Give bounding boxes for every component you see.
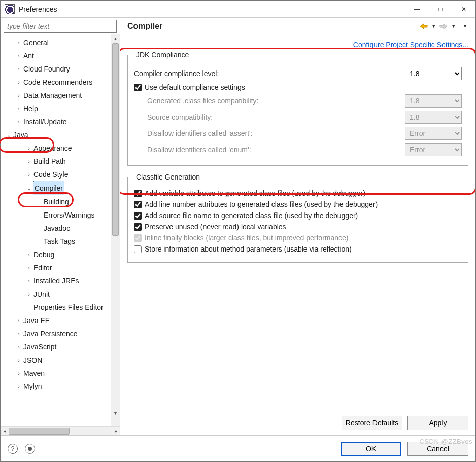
chevron-right-icon[interactable]: › xyxy=(15,76,23,89)
tree-item-javascript[interactable]: ›JavaScript xyxy=(4,340,111,353)
scroll-up-icon[interactable]: ▴ xyxy=(111,34,120,42)
preferences-tree[interactable]: ›General›Ant›Cloud Foundry›Code Recommen… xyxy=(1,34,111,426)
compliance-level-select[interactable]: 1.8 xyxy=(405,67,462,80)
chevron-right-icon[interactable]: › xyxy=(15,367,23,380)
hscroll-thumb[interactable] xyxy=(9,428,70,435)
tree-item-label: Editor xyxy=(33,261,53,274)
tree-item-build-path[interactable]: ›Build Path xyxy=(4,155,111,168)
preserve-unused-checkbox[interactable] xyxy=(134,223,142,231)
view-menu-button[interactable]: ▼ xyxy=(462,24,468,29)
tree-item-code-recommenders[interactable]: ›Code Recommenders xyxy=(4,76,111,89)
nav-back-menu[interactable]: ▼ xyxy=(430,24,437,29)
nav-back-button[interactable] xyxy=(418,23,429,30)
help-icon[interactable]: ? xyxy=(8,444,18,454)
chevron-down-icon[interactable]: ⌄ xyxy=(5,128,13,141)
chevron-right-icon[interactable]: › xyxy=(25,155,33,168)
chevron-right-icon[interactable]: › xyxy=(15,49,23,62)
add-line-number-checkbox[interactable] xyxy=(134,201,142,208)
tree-item-install-update[interactable]: ›Install/Update xyxy=(4,115,111,128)
tree-item-data-management[interactable]: ›Data Management xyxy=(4,89,111,102)
chevron-right-icon[interactable]: › xyxy=(15,89,23,102)
tree-item-appearance[interactable]: ›Appearance xyxy=(4,141,111,155)
tree-item-mylyn[interactable]: ›Mylyn xyxy=(4,380,111,393)
scroll-thumb[interactable] xyxy=(112,43,119,236)
tree-item-java-ee[interactable]: ›Java EE xyxy=(4,314,111,327)
tree-item-installed-jres[interactable]: ›Installed JREs xyxy=(4,274,111,288)
minimize-button[interactable]: — xyxy=(405,1,429,17)
tree-item-task-tags[interactable]: Task Tags xyxy=(4,235,111,248)
tree-item-ant[interactable]: ›Ant xyxy=(4,49,111,62)
disallow-assert-label: Disallow identifiers called 'assert': xyxy=(147,129,405,137)
chevron-right-icon[interactable]: › xyxy=(25,141,33,155)
chevron-right-icon[interactable]: › xyxy=(15,327,23,340)
add-source-file-checkbox[interactable] xyxy=(134,212,142,220)
tree-item-label: Code Recommenders xyxy=(23,76,93,89)
tree-item-cloud-foundry[interactable]: ›Cloud Foundry xyxy=(4,62,111,76)
chevron-down-icon[interactable]: ⌄ xyxy=(25,182,33,195)
scroll-right-icon[interactable]: ▸ xyxy=(112,428,120,434)
chevron-right-icon[interactable]: › xyxy=(25,248,33,261)
tree-item-code-style[interactable]: ›Code Style xyxy=(4,168,111,181)
tree-item-label: Mylyn xyxy=(23,380,43,393)
use-default-compliance-checkbox[interactable] xyxy=(134,84,142,91)
chevron-right-icon[interactable]: › xyxy=(25,274,33,288)
chevron-right-icon[interactable]: › xyxy=(15,340,23,353)
chevron-right-icon[interactable]: › xyxy=(15,314,23,327)
compliance-level-label: Compiler compliance level: xyxy=(134,69,405,78)
title-bar: Preferences — □ ✕ xyxy=(1,1,475,18)
tree-item-java-persistence[interactable]: ›Java Persistence xyxy=(4,327,111,340)
app-icon xyxy=(5,4,15,14)
tree-item-label: Java xyxy=(13,128,29,141)
tree-item-java[interactable]: ⌄Java xyxy=(4,128,111,141)
close-button[interactable]: ✕ xyxy=(452,1,475,17)
store-method-params-checkbox[interactable] xyxy=(134,245,142,253)
tree-item-label: Maven xyxy=(23,367,45,380)
tree-item-label: Properties Files Editor xyxy=(33,301,104,314)
tree-item-compiler[interactable]: ⌄Compiler xyxy=(4,181,111,195)
chevron-right-icon[interactable]: › xyxy=(15,353,23,367)
scroll-down-icon[interactable]: ▾ xyxy=(111,409,120,417)
filter-input[interactable] xyxy=(4,20,117,33)
nav-forward-button[interactable] xyxy=(438,23,449,30)
tree-item-json[interactable]: ›JSON xyxy=(4,353,111,367)
add-variable-attrs-checkbox[interactable] xyxy=(134,190,142,197)
restore-defaults-button[interactable]: Restore Defaults xyxy=(342,416,402,430)
add-variable-attrs-label: Add variable attributes to generated cla… xyxy=(145,189,365,197)
tree-item-label: Appearance xyxy=(33,141,73,155)
nav-forward-menu[interactable]: ▼ xyxy=(450,24,457,29)
ok-button[interactable]: OK xyxy=(341,442,401,456)
tree-item-general[interactable]: ›General xyxy=(4,36,111,49)
tree-scrollbar-horizontal[interactable]: ◂ ▸ xyxy=(1,426,120,435)
tree-item-javadoc[interactable]: Javadoc xyxy=(4,222,111,235)
chevron-right-icon[interactable]: › xyxy=(25,288,33,301)
chevron-right-icon[interactable]: › xyxy=(15,115,23,128)
tree-item-debug[interactable]: ›Debug xyxy=(4,248,111,261)
tree-item-junit[interactable]: ›JUnit xyxy=(4,288,111,301)
chevron-right-icon[interactable]: › xyxy=(15,380,23,393)
scroll-left-icon[interactable]: ◂ xyxy=(1,428,9,434)
chevron-right-icon[interactable]: › xyxy=(15,62,23,76)
record-icon[interactable] xyxy=(25,444,35,454)
tree-item-properties-files-editor[interactable]: Properties Files Editor xyxy=(4,301,111,314)
tree-item-label: JUnit xyxy=(33,288,50,301)
chevron-right-icon[interactable]: › xyxy=(25,261,33,274)
jdk-compliance-legend: JDK Compliance xyxy=(134,51,191,59)
chevron-right-icon[interactable]: › xyxy=(15,102,23,115)
chevron-right-icon[interactable]: › xyxy=(25,168,33,181)
tree-item-editor[interactable]: ›Editor xyxy=(4,261,111,274)
tree-item-building[interactable]: Building xyxy=(4,195,111,208)
chevron-right-icon[interactable]: › xyxy=(15,36,23,49)
disallow-assert-select: Error xyxy=(405,127,462,140)
tree-item-maven[interactable]: ›Maven xyxy=(4,367,111,380)
tree-item-errors-warnings[interactable]: Errors/Warnings xyxy=(4,208,111,222)
maximize-button[interactable]: □ xyxy=(429,1,452,17)
configure-project-link[interactable]: Configure Project Specific Settings... xyxy=(353,41,468,49)
tree-item-help[interactable]: ›Help xyxy=(4,102,111,115)
tree-scrollbar-vertical[interactable]: ▴ ▾ xyxy=(111,34,120,426)
tree-item-label: Building xyxy=(43,195,70,208)
tree-item-label: Data Management xyxy=(23,89,82,102)
generated-class-select: 1.8 xyxy=(405,94,462,108)
apply-button[interactable]: Apply xyxy=(407,416,468,430)
cancel-button[interactable]: Cancel xyxy=(407,442,468,456)
tree-item-label: General xyxy=(23,36,49,49)
